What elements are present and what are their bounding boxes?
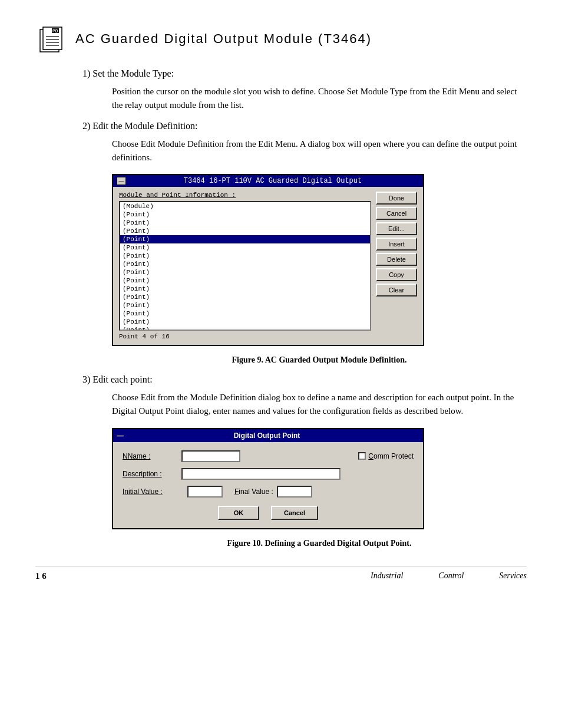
list-item[interactable]: (Point)	[120, 210, 370, 219]
description-label: Description :	[123, 470, 181, 478]
footer-col3: Services	[499, 571, 527, 581]
list-item[interactable]: (Point)	[120, 252, 370, 260]
list-item[interactable]: (Point)	[120, 268, 370, 276]
module-list-label: Module and Point Information :	[119, 192, 371, 199]
list-item[interactable]: (Point)	[120, 276, 370, 285]
cancel-button[interactable]: Cancel	[376, 207, 417, 220]
initial-value-label: Initial Value :	[123, 487, 187, 496]
figure2-caption: Figure 10. Defining a Guarded Digital Ou…	[112, 539, 527, 548]
value-row: Initial Value : Final Value :	[123, 486, 414, 498]
delete-button[interactable]: Delete	[376, 253, 417, 266]
footer-text: Industrial Control Services	[371, 571, 527, 581]
cancel-button[interactable]: Cancel	[271, 506, 318, 520]
dialog-body: NName : Comm Protect Description : Initi…	[113, 442, 423, 528]
comm-protect-checkbox[interactable]	[358, 452, 366, 460]
figure1-buttons: DoneCancelEdit...InsertDeleteCopyClear	[376, 192, 417, 340]
figure1-minimize-icon[interactable]: —	[117, 177, 126, 185]
copy-button[interactable]: Copy	[376, 268, 417, 281]
name-input[interactable]	[181, 450, 240, 462]
footer-col2: Control	[438, 571, 464, 581]
insert-button[interactable]: Insert	[376, 238, 417, 251]
name-row: NName : Comm Protect	[123, 450, 414, 462]
list-item[interactable]: (Point)	[120, 235, 370, 243]
step1-heading: 1) Set the Module Type:	[82, 68, 527, 79]
module-list[interactable]: (Module)(Point)(Point)(Point)(Point)(Poi…	[119, 201, 371, 331]
edit-button[interactable]: Edit...	[376, 222, 417, 235]
figure1-titlebar: — T3464 16-PT 110V AC Guarded Digital Ou…	[113, 175, 423, 187]
list-item[interactable]: (Point)	[120, 326, 370, 331]
list-item[interactable]: (Point)	[120, 301, 370, 309]
figure2-dialog: — Digital Output Point NName : Comm Prot…	[112, 428, 424, 529]
ok-button[interactable]: OK	[218, 506, 259, 520]
clear-button[interactable]: Clear	[376, 284, 417, 297]
figure2-titlebar: — Digital Output Point	[113, 429, 423, 442]
figure2-minimize-icon[interactable]: —	[117, 431, 124, 440]
module-list-footer: Point 4 of 16	[119, 333, 371, 340]
page-title: AC Guarded Digital Output Module (T3464)	[75, 31, 372, 47]
description-row: Description :	[123, 468, 414, 480]
step2-heading: 2) Edit the Module Definition:	[82, 121, 527, 131]
final-value-input[interactable]	[277, 486, 312, 498]
page-footer: 1 6 Industrial Control Services	[35, 566, 527, 581]
step3-body: Choose Edit from the Module Definition d…	[112, 391, 527, 419]
list-item[interactable]: (Point)	[120, 219, 370, 227]
figure2-title: Digital Output Point	[234, 431, 300, 440]
comm-protect-label: Comm Protect	[368, 452, 414, 460]
name-label: NName :	[123, 452, 181, 460]
module-list-area: Module and Point Information : (Module)(…	[119, 192, 371, 340]
list-item[interactable]: (Point)	[120, 309, 370, 318]
final-value-label: Final Value :	[234, 487, 273, 496]
step2-body: Choose Edit Module Definition from the E…	[112, 137, 527, 165]
list-item[interactable]: (Point)	[120, 227, 370, 235]
description-input[interactable]	[181, 468, 340, 480]
final-value-area: Final Value :	[234, 486, 312, 498]
page-header: PD AC Guarded Digital Output Module (T34…	[35, 24, 527, 54]
list-item[interactable]: (Point)	[120, 243, 370, 252]
list-item[interactable]: (Point)	[120, 285, 370, 293]
comm-protect-area: Comm Protect	[358, 452, 414, 460]
dialog-buttons: OK Cancel	[123, 506, 414, 520]
list-item[interactable]: (Module)	[120, 202, 370, 210]
initial-value-input[interactable]	[187, 486, 223, 498]
figure1-title: T3464 16-PT 110V AC Guarded Digital Outp…	[126, 177, 419, 185]
document-icon: PD	[35, 24, 66, 54]
list-item[interactable]: (Point)	[120, 260, 370, 268]
figure1-dialog: — T3464 16-PT 110V AC Guarded Digital Ou…	[112, 174, 424, 346]
footer-col1: Industrial	[371, 571, 403, 581]
figure1-content: Module and Point Information : (Module)(…	[113, 187, 423, 345]
svg-text:PD: PD	[52, 29, 58, 33]
footer-page-number: 1 6	[35, 571, 47, 581]
list-item[interactable]: (Point)	[120, 293, 370, 301]
step3-heading: 3) Edit each point:	[82, 374, 527, 385]
list-item[interactable]: (Point)	[120, 318, 370, 326]
figure1-caption: Figure 9. AC Guarded Output Module Defin…	[112, 355, 527, 365]
step1-body: Position the cursor on the module slot y…	[112, 85, 527, 113]
done-button[interactable]: Done	[376, 192, 417, 205]
